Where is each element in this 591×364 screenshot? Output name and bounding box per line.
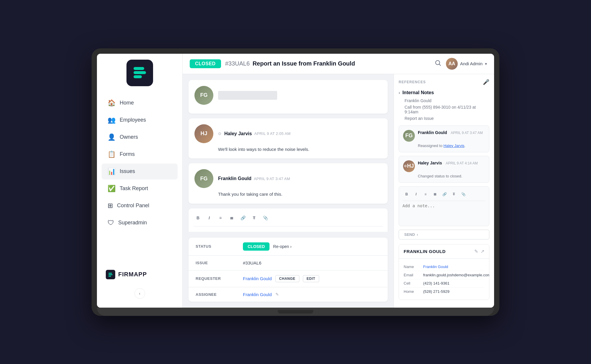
nav-label-employees: Employees bbox=[120, 117, 146, 123]
svg-rect-3 bbox=[108, 273, 112, 274]
activity-link[interactable]: Haley Jarvis bbox=[444, 143, 465, 148]
contact-name-title: FRANKLIN GOULD bbox=[404, 249, 446, 254]
ref-link-0[interactable]: Franklin Gould bbox=[405, 98, 489, 103]
nav-label-task-report: Task Report bbox=[120, 185, 148, 192]
bullet-list-button[interactable]: ≡ bbox=[216, 213, 225, 223]
bold-button[interactable]: B bbox=[193, 213, 203, 223]
nav-label-owners: Owners bbox=[120, 134, 138, 140]
chevron-right-icon: › bbox=[399, 90, 400, 95]
requester-row: REQUESTER Franklin Gould CHANGE EDIT bbox=[189, 270, 388, 287]
contact-value-cell: (423) 141-9361 bbox=[423, 281, 449, 285]
svg-rect-4 bbox=[108, 274, 113, 275]
status-label: STATUS bbox=[196, 244, 231, 249]
avatar: FG bbox=[194, 169, 213, 188]
details-panel: STATUS CLOSED Re-open › ISSUE #33UAL6 bbox=[183, 232, 394, 308]
italic-button[interactable]: I bbox=[204, 213, 214, 223]
internal-notes-toggle[interactable]: › Internal Notes bbox=[399, 90, 489, 95]
contact-value-home: (528) 271-5929 bbox=[423, 289, 449, 294]
message-header: FG Franklin Gould APRIL 9 AT 3:47 AM bbox=[194, 169, 382, 188]
strikethrough-button[interactable]: T bbox=[249, 213, 259, 223]
activity-author-row: Haley Jarvis APRIL 9 AT 4:14 AM bbox=[418, 160, 485, 166]
firmapp-branding: FIRMAPP bbox=[97, 264, 182, 285]
superadmin-icon: 🛡 bbox=[108, 219, 114, 227]
contact-info: Name Franklin Gould Email franklin.gould… bbox=[399, 259, 489, 300]
contact-value-email: franklin.gould.joshdemo@example.com bbox=[423, 273, 489, 277]
firmapp-logo bbox=[106, 270, 115, 279]
search-button[interactable] bbox=[435, 60, 441, 68]
svg-rect-5 bbox=[108, 276, 111, 277]
status-closed-badge: CLOSED bbox=[243, 242, 269, 251]
header-right: AA Andi Admin ▾ bbox=[435, 58, 487, 70]
message-time: APRIL 9 AT 3:47 AM bbox=[254, 177, 290, 181]
app-logo bbox=[126, 60, 153, 86]
ref-link-1[interactable]: Call from (555) 894-3010 on 4/11/23 at 9… bbox=[405, 105, 489, 114]
notes-input[interactable] bbox=[402, 203, 486, 221]
editor-toolbar: B I ≡ ≣ 🔗 T 📎 bbox=[193, 213, 383, 226]
user-menu[interactable]: AA Andi Admin ▾ bbox=[446, 58, 487, 70]
sidebar-item-task-report[interactable]: ✅ Task Report bbox=[102, 181, 178, 197]
activity-meta: Haley Jarvis APRIL 9 AT 4:14 AM bbox=[418, 160, 485, 166]
contact-field-cell: Cell bbox=[404, 281, 418, 285]
svg-line-7 bbox=[439, 64, 441, 66]
sidebar-item-owners[interactable]: 👤 Owners bbox=[102, 129, 178, 145]
status-row: STATUS CLOSED Re-open › bbox=[189, 238, 388, 256]
task-report-icon: ✅ bbox=[108, 185, 116, 192]
contact-external-link-icon[interactable]: ↗ bbox=[480, 249, 484, 254]
notes-attach-button[interactable]: 📎 bbox=[459, 190, 467, 198]
ref-link-2[interactable]: Report an Issue bbox=[405, 116, 489, 121]
collapse-sidebar-button[interactable]: ‹ bbox=[134, 288, 145, 299]
avatar: HJ bbox=[194, 124, 213, 143]
message-meta: ⊙ Haley Jarvis APRIL 9 AT 2:05 AM bbox=[218, 131, 290, 136]
avatar: ⊙HJ bbox=[403, 160, 415, 172]
message-time: APRIL 9 AT 2:05 AM bbox=[254, 131, 290, 136]
change-button[interactable]: CHANGE bbox=[275, 275, 299, 282]
avatar: FG bbox=[403, 130, 415, 142]
notes-italic-button[interactable]: I bbox=[412, 190, 420, 198]
activity-time: APRIL 9 AT 4:14 AM bbox=[446, 161, 478, 165]
message-card: FG bbox=[189, 80, 388, 114]
notes-link-button[interactable]: 🔗 bbox=[440, 190, 449, 198]
user-menu-chevron: ▾ bbox=[485, 61, 487, 66]
assignee-value: Franklin Gould ✎ bbox=[243, 292, 279, 297]
sidebar-item-home[interactable]: 🏠 Home bbox=[102, 95, 178, 111]
mic-icon[interactable]: 🎤 bbox=[483, 79, 489, 85]
requester-link[interactable]: Franklin Gould bbox=[243, 276, 272, 281]
page-header: CLOSED #33UAL6 Report an Issue from Fran… bbox=[183, 54, 494, 74]
attach-button[interactable]: 📎 bbox=[261, 213, 270, 223]
message-body: Thank you for taking care of this. bbox=[194, 191, 382, 198]
sidebar-item-superadmin[interactable]: 🛡 Superadmin bbox=[102, 215, 178, 231]
nav-menu: 🏠 Home 👥 Employees 👤 Owners 📋 Forms bbox=[97, 95, 182, 264]
ref-links: Franklin Gould Call from (555) 894-3010 … bbox=[399, 98, 489, 121]
notes-bold-button[interactable]: B bbox=[402, 190, 411, 198]
svg-rect-0 bbox=[134, 67, 144, 70]
assignee-label: ASSIGNEE bbox=[196, 292, 231, 297]
message-card: HJ ⊙ Haley Jarvis APRIL 9 AT 2:05 AM bbox=[189, 118, 388, 159]
send-button[interactable]: SEND › bbox=[399, 230, 489, 239]
numbered-list-button[interactable]: ≣ bbox=[227, 213, 236, 223]
nav-label-home: Home bbox=[120, 100, 134, 106]
sidebar-item-issues[interactable]: 📊 Issues bbox=[102, 164, 178, 179]
notes-bullet-button[interactable]: ≡ bbox=[421, 190, 430, 198]
message-author: Franklin Gould bbox=[218, 176, 251, 181]
message-header: FG bbox=[194, 86, 382, 105]
avatar: FG bbox=[194, 86, 213, 105]
employees-icon: 👥 bbox=[108, 116, 116, 124]
notes-strikethrough-button[interactable]: T bbox=[450, 190, 458, 198]
notes-numbered-button[interactable]: ≣ bbox=[431, 190, 439, 198]
link-button[interactable]: 🔗 bbox=[238, 213, 248, 223]
references-title: REFERENCES bbox=[399, 80, 426, 84]
edit-button[interactable]: EDIT bbox=[303, 275, 319, 282]
sidebar-item-control-panel[interactable]: ⊞ Control Panel bbox=[102, 198, 178, 214]
activity-text: Reassigned to bbox=[418, 143, 444, 148]
sidebar-collapse-area: ‹ bbox=[97, 285, 182, 302]
author-row: ⊙ Haley Jarvis APRIL 9 AT 2:05 AM bbox=[218, 131, 290, 136]
reopen-button[interactable]: Re-open › bbox=[273, 244, 291, 249]
contact-edit-icon[interactable]: ✎ bbox=[474, 249, 478, 254]
collapse-icon: ‹ bbox=[139, 291, 140, 296]
header-left: CLOSED #33UAL6 Report an Issue from Fran… bbox=[190, 59, 355, 68]
internal-notes-section: › Internal Notes Franklin Gould Call fro… bbox=[399, 90, 489, 121]
sidebar-item-forms[interactable]: 📋 Forms bbox=[102, 146, 178, 162]
assignee-link[interactable]: Franklin Gould bbox=[243, 292, 272, 297]
sidebar-item-employees[interactable]: 👥 Employees bbox=[102, 112, 178, 128]
contact-value-name[interactable]: Franklin Gould bbox=[423, 265, 448, 269]
